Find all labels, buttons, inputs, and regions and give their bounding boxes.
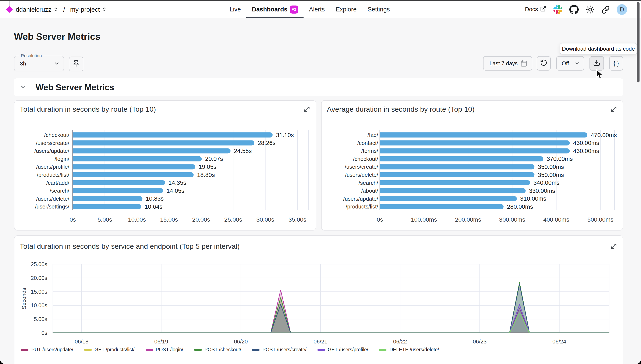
svg-text:/users/delete/: /users/delete/ — [36, 196, 70, 202]
legend-swatch — [84, 349, 92, 351]
legend-swatch — [194, 349, 202, 351]
window-corner — [0, 359, 5, 364]
nav-actions: Docs D — [525, 1, 627, 18]
svg-text:/products/list/: /products/list/ — [37, 172, 70, 178]
legend-label: PUT /users/update/ — [31, 347, 73, 352]
tab-alerts[interactable]: Alerts — [304, 1, 330, 18]
svg-text:24.55s: 24.55s — [234, 148, 252, 154]
svg-text:25.00s: 25.00s — [31, 261, 47, 268]
expand-icon[interactable] — [609, 242, 618, 251]
svg-text:30.00s: 30.00s — [257, 216, 274, 223]
resolution-select[interactable]: Resolution 3h — [14, 56, 64, 72]
legend-item[interactable]: POST /users/create/ — [252, 347, 307, 352]
logo-diamond-icon[interactable] — [6, 6, 13, 13]
svg-text:10.83s: 10.83s — [146, 195, 164, 202]
panel-title: Average duration in seconds by route (To… — [327, 105, 475, 113]
legend-item[interactable]: GET /products/list/ — [84, 347, 135, 352]
tab-dashboards[interactable]: Dashboards V2 — [246, 1, 304, 18]
docs-link[interactable]: Docs — [525, 6, 546, 13]
legend-item[interactable]: POST /login/ — [146, 347, 183, 352]
expand-icon[interactable] — [609, 105, 618, 114]
svg-text:200.00ms: 200.00ms — [455, 216, 481, 223]
svg-text:280.00ms: 280.00ms — [507, 204, 533, 210]
svg-text:/login/: /login/ — [55, 156, 70, 162]
svg-text:/about/: /about/ — [361, 188, 378, 194]
org-switcher[interactable]: ddanielcruzz — [16, 6, 58, 13]
legend-swatch — [252, 349, 259, 351]
github-icon[interactable] — [569, 5, 579, 14]
external-link-icon — [540, 6, 546, 13]
section-title: Web Server Metrics — [36, 83, 114, 92]
v2-badge: V2 — [290, 6, 298, 14]
svg-text:06/24: 06/24 — [552, 338, 566, 345]
chevron-down-icon — [14, 83, 27, 91]
svg-text:10.64s: 10.64s — [145, 204, 162, 210]
resolution-label: Resolution — [19, 53, 44, 58]
svg-text:/checkout/: /checkout/ — [44, 132, 69, 138]
svg-text:310.00ms: 310.00ms — [520, 195, 546, 202]
panel-header: Total duration in seconds by route (Top … — [15, 101, 316, 118]
scrollbar-thumb[interactable] — [637, 2, 639, 82]
svg-text:06/20: 06/20 — [234, 338, 248, 345]
svg-text:/terms/: /terms/ — [361, 148, 378, 154]
svg-text:/users/update/: /users/update/ — [34, 148, 70, 154]
dashboard-section-header[interactable]: Web Server Metrics — [14, 78, 623, 96]
legend-label: POST /checkout/ — [205, 347, 241, 352]
breadcrumb-separator: / — [63, 6, 65, 13]
legend-label: GET /products/list/ — [95, 347, 135, 352]
auto-refresh-select[interactable]: Off — [556, 56, 584, 70]
svg-text:15.00s: 15.00s — [160, 216, 178, 223]
code-view-button[interactable]: { } — [609, 56, 623, 70]
tab-live[interactable]: Live — [224, 1, 246, 18]
app-window: ddanielcruzz / my-project Live Dashboard… — [0, 0, 641, 364]
svg-text:06/23: 06/23 — [473, 338, 486, 345]
svg-text:0s: 0s — [70, 216, 76, 223]
tab-settings[interactable]: Settings — [362, 1, 395, 18]
rotate-ccw-icon — [540, 59, 547, 68]
theme-sun-icon[interactable] — [586, 5, 594, 14]
project-switcher[interactable]: my-project — [70, 6, 107, 13]
svg-text:/products/list/: /products/list/ — [346, 204, 378, 210]
pin-button[interactable] — [69, 56, 83, 72]
svg-text:340.00ms: 340.00ms — [533, 180, 560, 186]
svg-text:31.10s: 31.10s — [276, 132, 294, 138]
svg-text:/cart/add/: /cart/add/ — [47, 180, 70, 186]
download-dashboard-button[interactable] — [589, 56, 604, 70]
legend-item[interactable]: PUT /users/update/ — [21, 347, 73, 352]
slack-icon[interactable] — [553, 5, 562, 14]
svg-text:18.80s: 18.80s — [197, 172, 215, 178]
svg-text:/users/profile/: /users/profile/ — [36, 164, 70, 170]
svg-text:400.00ms: 400.00ms — [543, 216, 569, 223]
svg-text:/users/delete/: /users/delete/ — [345, 172, 378, 178]
svg-text:10.00s: 10.00s — [128, 216, 146, 223]
refresh-button[interactable] — [537, 56, 551, 70]
legend-item[interactable]: DELETE /users/delete/ — [379, 347, 439, 352]
svg-text:Seconds: Seconds — [21, 288, 27, 309]
svg-text:14.05s: 14.05s — [167, 188, 184, 194]
project-name: my-project — [70, 6, 100, 13]
download-icon — [593, 59, 600, 68]
svg-text:100.00ms: 100.00ms — [411, 216, 437, 223]
expand-icon[interactable] — [302, 105, 312, 114]
legend-label: DELETE /users/delete/ — [389, 347, 439, 352]
svg-text:0s: 0s — [377, 216, 383, 223]
time-range-button[interactable]: Last 7 days — [483, 56, 532, 70]
chart-legend: PUT /users/update/GET /products/list/POS… — [21, 347, 439, 352]
legend-item[interactable]: GET /users/profile/ — [318, 347, 368, 352]
legend-item[interactable]: POST /checkout/ — [194, 347, 241, 352]
panel-header: Total duration in seconds by service and… — [15, 236, 623, 257]
legend-label: POST /login/ — [156, 347, 183, 352]
share-link-icon[interactable] — [601, 6, 610, 14]
svg-text:/search/: /search/ — [359, 180, 378, 186]
bar-chart-total-duration[interactable]: /checkout/31.10s/users/create/28.26s/use… — [15, 119, 316, 230]
avatar[interactable]: D — [617, 4, 627, 15]
svg-text:/faq/: /faq/ — [367, 132, 378, 138]
svg-text:/users/update/: /users/update/ — [343, 196, 378, 202]
panel-total-duration-by-service-endpoint: Total duration in seconds by service and… — [14, 236, 623, 364]
svg-text:/user/settings/: /user/settings/ — [35, 204, 70, 210]
tab-explore[interactable]: Explore — [330, 1, 362, 18]
bar-chart-average-duration[interactable]: /faq/470.00ms/contact/430.00ms/terms/430… — [322, 119, 623, 230]
svg-text:430.00ms: 430.00ms — [573, 140, 599, 146]
legend-label: GET /users/profile/ — [328, 347, 368, 352]
svg-text:/contact/: /contact/ — [357, 140, 378, 146]
